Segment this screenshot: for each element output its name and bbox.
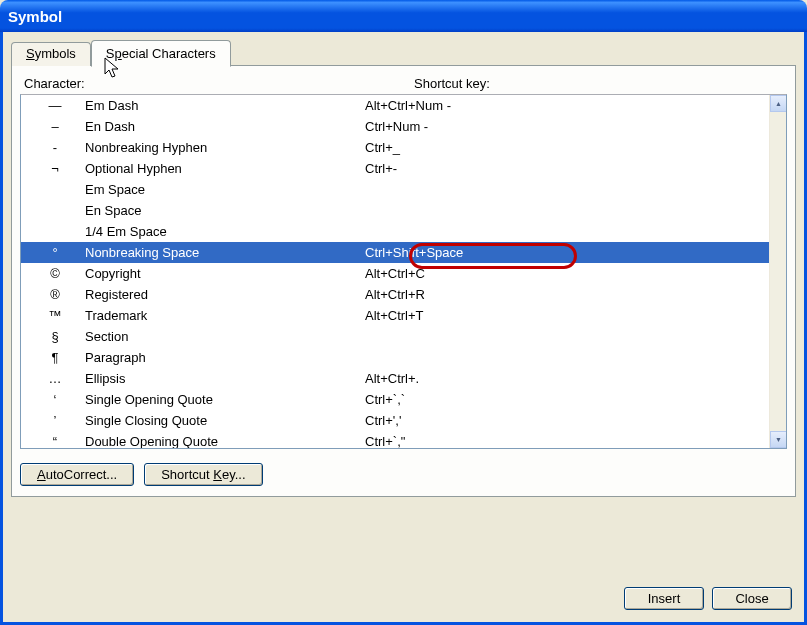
column-headers: Character: Shortcut key: (20, 76, 787, 91)
symbol-glyph: ’ (25, 413, 85, 428)
symbol-glyph: ‘ (25, 392, 85, 407)
tab-panel: Character: Shortcut key: —Em DashAlt+Ctr… (11, 65, 796, 497)
character-listbox[interactable]: —Em DashAlt+Ctrl+Num -–En DashCtrl+Num -… (20, 94, 787, 449)
symbol-name: Nonbreaking Hyphen (85, 140, 365, 155)
symbol-name: Single Opening Quote (85, 392, 365, 407)
autocorrect-button[interactable]: AutoCorrect... (20, 463, 134, 486)
symbol-glyph: — (25, 98, 85, 113)
symbol-glyph: – (25, 119, 85, 134)
symbol-name: Copyright (85, 266, 365, 281)
title-bar: Symbol (0, 0, 807, 32)
symbol-glyph: § (25, 329, 85, 344)
tab-symbols[interactable]: Symbols (11, 42, 91, 66)
dialog-body: Symbols Special Characters Character: Sh… (0, 32, 807, 625)
symbol-shortcut: Ctrl+',' (365, 413, 769, 428)
symbol-shortcut: Alt+Ctrl+Num - (365, 98, 769, 113)
list-item[interactable]: 1/4 Em Space (21, 221, 769, 242)
symbol-shortcut: Ctrl+Shift+Space (365, 245, 769, 260)
bottom-button-group: Insert Close (624, 587, 792, 610)
list-item[interactable]: …EllipsisAlt+Ctrl+. (21, 368, 769, 389)
list-item[interactable]: En Space (21, 200, 769, 221)
symbol-glyph: … (25, 371, 85, 386)
list-item[interactable]: °Nonbreaking SpaceCtrl+Shift+Space (21, 242, 769, 263)
symbol-name: Double Opening Quote (85, 434, 365, 449)
symbol-glyph: ° (25, 245, 85, 260)
list-item[interactable]: ™TrademarkAlt+Ctrl+T (21, 305, 769, 326)
symbol-glyph: - (25, 140, 85, 155)
symbol-name: Registered (85, 287, 365, 302)
symbol-shortcut: Ctrl+`,` (365, 392, 769, 407)
symbol-glyph: ® (25, 287, 85, 302)
symbol-shortcut: Ctrl+_ (365, 140, 769, 155)
close-button[interactable]: Close (712, 587, 792, 610)
symbol-name: Nonbreaking Space (85, 245, 365, 260)
list-item[interactable]: ®RegisteredAlt+Ctrl+R (21, 284, 769, 305)
symbol-name: Ellipsis (85, 371, 365, 386)
symbol-name: 1/4 Em Space (85, 224, 365, 239)
symbol-name: En Dash (85, 119, 365, 134)
symbol-glyph: © (25, 266, 85, 281)
list-item[interactable]: –En DashCtrl+Num - (21, 116, 769, 137)
left-button-group: AutoCorrect... Shortcut Key... (20, 463, 787, 486)
scrollbar[interactable]: ▲ ▼ (769, 95, 786, 448)
symbol-shortcut: Alt+Ctrl+R (365, 287, 769, 302)
symbol-glyph: ¬ (25, 161, 85, 176)
symbol-glyph: “ (25, 434, 85, 449)
list-item[interactable]: ’Single Closing QuoteCtrl+',' (21, 410, 769, 431)
symbol-name: Single Closing Quote (85, 413, 365, 428)
shortcut-key-button[interactable]: Shortcut Key... (144, 463, 262, 486)
scroll-up-button[interactable]: ▲ (770, 95, 787, 112)
header-character: Character: (24, 76, 414, 91)
symbol-name: Em Dash (85, 98, 365, 113)
symbol-name: Optional Hyphen (85, 161, 365, 176)
symbol-shortcut: Ctrl+- (365, 161, 769, 176)
tab-special-characters[interactable]: Special Characters (91, 40, 231, 67)
list-item[interactable]: “Double Opening QuoteCtrl+`," (21, 431, 769, 449)
list-item[interactable]: ‘Single Opening QuoteCtrl+`,` (21, 389, 769, 410)
symbol-shortcut: Alt+Ctrl+T (365, 308, 769, 323)
symbol-glyph: ™ (25, 308, 85, 323)
list-item[interactable]: ©CopyrightAlt+Ctrl+C (21, 263, 769, 284)
list-item[interactable]: ¬Optional HyphenCtrl+- (21, 158, 769, 179)
symbol-shortcut: Ctrl+`," (365, 434, 769, 449)
symbol-name: Paragraph (85, 350, 365, 365)
list-item[interactable]: §Section (21, 326, 769, 347)
list-item[interactable]: Em Space (21, 179, 769, 200)
insert-button[interactable]: Insert (624, 587, 704, 610)
symbol-shortcut: Alt+Ctrl+. (365, 371, 769, 386)
symbol-shortcut: Alt+Ctrl+C (365, 266, 769, 281)
symbol-name: Em Space (85, 182, 365, 197)
symbol-shortcut: Ctrl+Num - (365, 119, 769, 134)
header-shortcut: Shortcut key: (414, 76, 783, 91)
window-title: Symbol (8, 8, 62, 25)
list-item[interactable]: -Nonbreaking HyphenCtrl+_ (21, 137, 769, 158)
symbol-name: Trademark (85, 308, 365, 323)
symbol-name: En Space (85, 203, 365, 218)
list-item[interactable]: —Em DashAlt+Ctrl+Num - (21, 95, 769, 116)
tab-strip: Symbols Special Characters (11, 40, 796, 66)
scroll-down-button[interactable]: ▼ (770, 431, 787, 448)
list-item[interactable]: ¶Paragraph (21, 347, 769, 368)
symbol-name: Section (85, 329, 365, 344)
symbol-glyph: ¶ (25, 350, 85, 365)
